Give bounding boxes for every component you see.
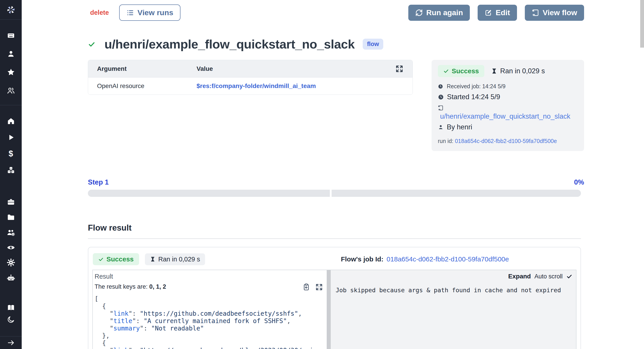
step-progress-row: Step 1 0% xyxy=(88,178,584,186)
sidebar-group-nav: $ xyxy=(0,116,22,175)
sidebar-item-folders[interactable] xyxy=(0,212,22,222)
log-controls: Expand Auto scroll xyxy=(336,273,572,280)
star-icon xyxy=(7,68,15,76)
folder-icon xyxy=(7,213,15,221)
run-again-button[interactable]: Run again xyxy=(408,5,470,21)
windmill-logo-icon xyxy=(6,5,16,15)
delete-link[interactable]: delete xyxy=(90,9,109,16)
view-flow-label: View flow xyxy=(543,8,577,17)
argument-value-link[interactable]: $res:f/company-folder/windmill_ai_team xyxy=(196,82,316,90)
argument-row: OpenAI resource $res:f/company-folder/wi… xyxy=(88,77,412,94)
result-keys-label: The result keys are: xyxy=(94,283,149,290)
started-row: Started 14:24 5/9 xyxy=(438,93,578,101)
sidebar-item-theme-toggle[interactable] xyxy=(0,314,22,325)
view-runs-button[interactable]: View runs xyxy=(119,4,180,21)
sidebar-expand-button[interactable] xyxy=(0,337,22,349)
value-column-header: Value xyxy=(196,65,213,72)
edit-button[interactable]: Edit xyxy=(478,5,517,21)
resources-icon xyxy=(7,166,15,174)
page-title: u/henri/example_flow_quickstart_no_slack xyxy=(104,37,355,51)
flow-badge: flow xyxy=(363,39,383,50)
status-badge: Success xyxy=(438,65,484,77)
play-icon xyxy=(7,133,15,141)
edit-icon xyxy=(484,9,492,16)
windmill-logo[interactable] xyxy=(0,0,22,20)
argument-name: OpenAI resource xyxy=(97,82,196,90)
sidebar-item-workers[interactable] xyxy=(0,227,22,238)
run-again-label: Run again xyxy=(426,8,463,17)
users-gear-icon xyxy=(6,228,16,237)
divider xyxy=(88,238,581,239)
eye-icon xyxy=(6,243,16,252)
view-flow-button[interactable]: View flow xyxy=(525,5,584,21)
app-root: $ xyxy=(0,0,644,349)
started-text: Started 14:24 5/9 xyxy=(447,93,500,101)
sidebar-item-apps[interactable] xyxy=(0,30,22,41)
clock-icon xyxy=(438,94,444,100)
list-icon xyxy=(126,9,134,16)
pane-scrollbar[interactable] xyxy=(327,270,331,349)
progress-bar xyxy=(88,190,581,197)
sidebar-item-variables[interactable]: $ xyxy=(0,149,22,159)
user-icon xyxy=(7,50,15,58)
sidebar-item-schedules[interactable] xyxy=(0,197,22,207)
run-id-label: run id: xyxy=(438,138,455,144)
log-expand-button[interactable]: Expand xyxy=(508,273,531,280)
sidebar-item-favorites[interactable] xyxy=(0,67,22,77)
autoscroll-label: Auto scroll xyxy=(534,273,562,280)
main-content: delete View runs xyxy=(22,0,640,349)
expand-table-icon[interactable] xyxy=(395,64,404,73)
robot-icon xyxy=(6,274,16,282)
hourglass-icon xyxy=(150,256,156,262)
sidebar-item-docs[interactable] xyxy=(0,302,22,313)
gear-icon xyxy=(6,258,16,267)
view-runs-label: View runs xyxy=(138,8,173,17)
autoscroll-check-icon[interactable] xyxy=(566,273,572,280)
argument-column-header: Argument xyxy=(97,65,196,72)
flow-job-id-link[interactable]: 018a654c-d062-fbb2-d100-59fa70df500e xyxy=(386,255,509,263)
flow-path-link[interactable]: u/henri/example_flow_quickstart_no_slack xyxy=(440,112,578,120)
progress-segment-1[interactable] xyxy=(88,190,330,197)
moon-icon xyxy=(7,316,15,324)
received-job-row: Received job: 14:24 5/9 xyxy=(438,83,578,90)
sidebar-item-runs[interactable] xyxy=(0,132,22,143)
keyboard-icon xyxy=(7,31,15,40)
result-pane-icons xyxy=(302,283,323,291)
expand-result-icon[interactable] xyxy=(315,283,323,291)
sidebar-item-groups[interactable] xyxy=(0,85,22,96)
result-keys-line: The result keys are: 0, 1, 2 xyxy=(94,283,327,290)
page-scrollbar[interactable] xyxy=(640,0,644,349)
run-info-panel: Success Ran in 0,029 s xyxy=(432,60,584,151)
scrollbar-thumb[interactable] xyxy=(640,0,644,47)
sidebar-item-audit-logs[interactable] xyxy=(0,242,22,253)
sidebar-group-footer xyxy=(0,302,22,325)
docs-icon xyxy=(6,303,16,312)
scroll-icon xyxy=(438,105,444,111)
result-keys-value: 0, 1, 2 xyxy=(149,283,166,290)
check-icon xyxy=(443,68,449,74)
result-json[interactable]: [ { "link": "https://github.com/deadbeef… xyxy=(94,295,327,349)
log-line: Job skipped because args & path found in… xyxy=(336,287,572,294)
progress-segment-2[interactable] xyxy=(332,190,581,197)
sidebar-item-ai[interactable] xyxy=(0,273,22,283)
sidebar-item-user[interactable] xyxy=(0,49,22,59)
edit-label: Edit xyxy=(496,8,510,17)
received-job-text: Received job: 14:24 5/9 xyxy=(447,83,506,90)
flow-job-id-label: Flow's job Id: xyxy=(341,255,383,263)
flow-result-status-row: Success Ran in 0,029 s Fl xyxy=(93,253,576,265)
sidebar-item-home[interactable] xyxy=(0,116,22,126)
result-duration-text: Ran in 0,029 s xyxy=(158,256,200,263)
progress-percent: 0% xyxy=(574,178,584,186)
step-label: Step 1 xyxy=(88,178,109,186)
sidebar-item-settings[interactable] xyxy=(0,257,22,268)
user-icon xyxy=(438,124,444,130)
run-id-row: run id: 018a654c-d062-fbb2-d100-59fa70df… xyxy=(438,138,578,144)
copy-clipboard-icon[interactable] xyxy=(302,283,310,291)
success-check-icon xyxy=(88,40,96,48)
flow-result-card: Success Ran in 0,029 s Fl xyxy=(88,247,581,349)
sidebar-divider xyxy=(0,105,22,105)
by-row: By henri xyxy=(438,123,578,131)
sidebar-item-resources[interactable] xyxy=(0,165,22,175)
status-text: Success xyxy=(452,67,479,75)
run-id-link[interactable]: 018a654c-d062-fbb2-d100-59fa70df500e xyxy=(455,138,557,144)
